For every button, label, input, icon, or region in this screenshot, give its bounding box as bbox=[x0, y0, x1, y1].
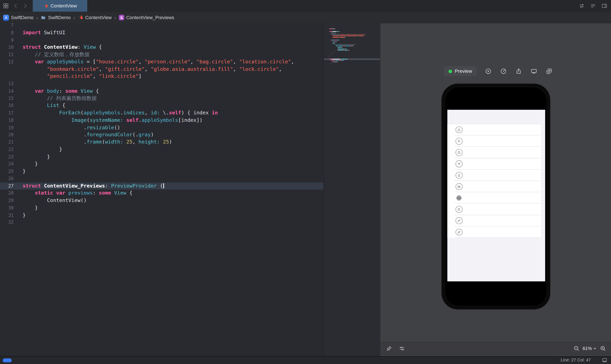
breadcrumb: SwiftDemo›SwiftDemo›ContentView›SContent… bbox=[3, 15, 174, 20]
duplicate-preview-button-icon[interactable] bbox=[546, 68, 553, 75]
code-line[interactable]: 20.foregroundColor(.gray) bbox=[0, 131, 323, 138]
swift-file-icon bbox=[78, 15, 83, 20]
inspector-panel-icon[interactable] bbox=[601, 3, 607, 9]
minimap-line bbox=[324, 65, 380, 67]
device-screen bbox=[445, 88, 546, 306]
preview-running-indicator bbox=[449, 69, 452, 73]
code-line[interactable]: 14var body: some View { bbox=[0, 87, 323, 95]
code-text: var appleSymbols = ["house.circle", "per… bbox=[17, 58, 294, 65]
code-line[interactable]: 31} bbox=[0, 211, 323, 219]
code-line[interactable]: 22} bbox=[0, 146, 323, 153]
list-row[interactable] bbox=[447, 226, 541, 238]
code-line[interactable]: 15// 列表遍历数组数据 bbox=[0, 95, 323, 102]
navigation-controls bbox=[3, 0, 28, 12]
list-row[interactable] bbox=[447, 158, 541, 169]
line-number: 27 bbox=[0, 182, 17, 190]
code-text: Image(systemName: self.appleSymbols[inde… bbox=[17, 117, 203, 124]
editor-options-icon[interactable] bbox=[590, 3, 596, 9]
code-review-icon[interactable] bbox=[579, 3, 585, 9]
code-line[interactable]: 19.resizable() bbox=[0, 124, 323, 131]
line-number: 29 bbox=[0, 197, 17, 204]
preview-on-device-button-icon[interactable] bbox=[530, 68, 538, 75]
tab-contentview[interactable]: ContentView bbox=[33, 0, 87, 12]
code-line[interactable]: 9 bbox=[0, 36, 323, 44]
breadcrumb-item[interactable]: SwiftDemo bbox=[41, 15, 71, 20]
code-line[interactable]: 10struct ContentView: View { bbox=[0, 44, 323, 51]
line-number: 17 bbox=[0, 109, 17, 117]
preview-variants-button-icon[interactable] bbox=[500, 68, 507, 75]
breadcrumb-label: SwiftDemo bbox=[48, 15, 71, 20]
pin-preview-icon[interactable] bbox=[386, 345, 392, 352]
folder-icon bbox=[41, 15, 46, 20]
editor-layout-icon[interactable] bbox=[602, 357, 607, 363]
zoom-percent: 61% bbox=[583, 346, 592, 351]
code-line[interactable]: 16List { bbox=[0, 102, 323, 109]
code-line[interactable]: 23} bbox=[0, 153, 323, 160]
list-row[interactable] bbox=[447, 204, 541, 215]
line-number: 19 bbox=[0, 124, 17, 131]
code-line[interactable]: 25} bbox=[0, 168, 323, 175]
live-preview-button-icon[interactable] bbox=[485, 68, 492, 75]
breadcrumb-separator: › bbox=[114, 15, 116, 20]
code-line[interactable]: 13 bbox=[0, 80, 323, 87]
chevron-back-icon[interactable] bbox=[13, 3, 19, 9]
list-row[interactable] bbox=[447, 135, 541, 147]
minimap-line bbox=[324, 26, 380, 28]
line-number: 9 bbox=[0, 36, 17, 44]
code-line[interactable]: "bookmark.circle", "gift.circle", "globe… bbox=[0, 65, 323, 73]
source-editor[interactable]: 78import SwiftUI910struct ContentView: V… bbox=[0, 23, 323, 357]
list-row[interactable] bbox=[447, 215, 541, 226]
code-line[interactable]: 24} bbox=[0, 160, 323, 168]
minimap-line bbox=[324, 41, 380, 42]
list-row[interactable] bbox=[447, 170, 541, 181]
line-number: 20 bbox=[0, 131, 17, 138]
symbol-list bbox=[447, 124, 541, 238]
line-number: 31 bbox=[0, 211, 17, 219]
minimap-line bbox=[324, 39, 380, 41]
code-line[interactable]: 26 bbox=[0, 175, 323, 182]
code-line[interactable]: 32 bbox=[0, 219, 323, 226]
code-line[interactable]: 8import SwiftUI bbox=[0, 29, 323, 36]
code-line[interactable]: 17ForEach(appleSymbols.indices, id: \.se… bbox=[0, 109, 323, 117]
list-row[interactable] bbox=[447, 192, 541, 204]
zoom-in-icon[interactable] bbox=[600, 345, 606, 352]
code-text: var body: some View { bbox=[17, 87, 99, 95]
code-text: } bbox=[17, 204, 38, 211]
code-line[interactable]: 7 bbox=[0, 23, 323, 29]
code-line[interactable]: 28static var previews: some View { bbox=[0, 190, 323, 197]
preview-layout-icon[interactable] bbox=[399, 345, 405, 352]
list-row[interactable] bbox=[447, 147, 541, 158]
chevron-forward-icon[interactable] bbox=[22, 3, 28, 9]
code-line[interactable]: 12var appleSymbols = ["house.circle", "p… bbox=[0, 58, 323, 65]
grid-icon[interactable] bbox=[3, 3, 9, 9]
code-line[interactable]: 29ContentView() bbox=[0, 197, 323, 204]
breadcrumb-label: ContentView_Previews bbox=[126, 15, 174, 20]
code-line[interactable]: 27struct ContentView_Previews: PreviewPr… bbox=[0, 182, 323, 190]
breadcrumb-separator: › bbox=[36, 15, 38, 20]
tab-bar: ContentView bbox=[0, 0, 611, 12]
breadcrumb-item[interactable]: SwiftDemo bbox=[3, 15, 34, 20]
export-preview-button-icon[interactable] bbox=[515, 68, 522, 75]
code-text bbox=[17, 23, 23, 29]
code-line[interactable]: "pencil.circle", "link.circle"] bbox=[0, 73, 323, 80]
line-number: 30 bbox=[0, 204, 17, 211]
zoom-level[interactable]: 61% bbox=[583, 346, 597, 351]
code-text: List { bbox=[17, 102, 65, 109]
breadcrumb-item[interactable]: SContentView_Previews bbox=[119, 15, 174, 20]
code-line[interactable]: 30} bbox=[0, 204, 323, 211]
preview-status-chip[interactable]: Preview bbox=[444, 66, 477, 76]
symbol-globe-icon bbox=[456, 195, 462, 201]
code-line[interactable]: 18Image(systemName: self.appleSymbols[in… bbox=[0, 117, 323, 124]
breadcrumb-item[interactable]: ContentView bbox=[78, 15, 112, 20]
editor-toolbar-icons bbox=[579, 0, 607, 12]
code-line[interactable]: 21.frame(width: 25, height: 25) bbox=[0, 139, 323, 146]
editor-minimap[interactable] bbox=[323, 23, 380, 357]
chevron-down-icon bbox=[593, 346, 597, 351]
code-line[interactable]: 11// 定义数组，存放数据 bbox=[0, 51, 323, 58]
zoom-out-icon[interactable] bbox=[573, 345, 580, 352]
list-row[interactable] bbox=[447, 124, 541, 135]
code-text bbox=[17, 36, 23, 44]
list-row[interactable] bbox=[447, 181, 541, 192]
struct-badge-icon: S bbox=[119, 15, 124, 20]
iphone-preview-device bbox=[441, 83, 551, 310]
